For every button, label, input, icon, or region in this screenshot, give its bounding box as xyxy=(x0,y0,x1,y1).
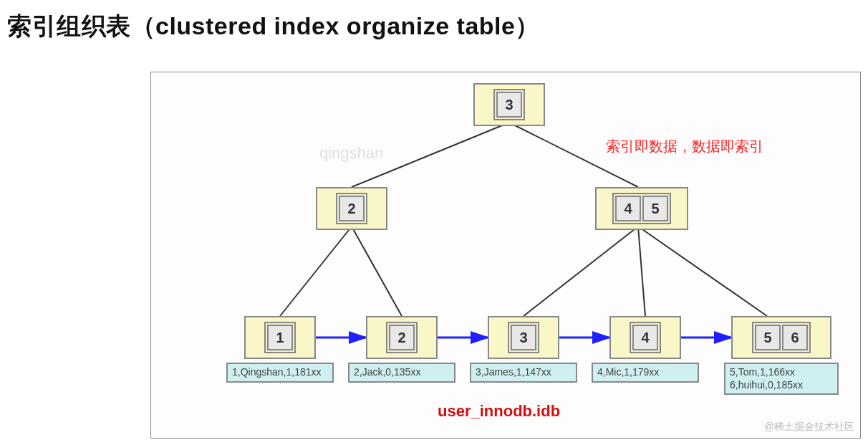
svg-line-6 xyxy=(638,226,767,316)
leaf-data-box: 1,Qingshan,1,181xx xyxy=(226,363,334,383)
key-cell: 2 xyxy=(339,196,365,221)
key-cell: 1 xyxy=(267,325,293,350)
svg-line-3 xyxy=(352,226,402,316)
attribution-text: @稀土掘金技术社区 xyxy=(764,421,854,434)
svg-line-2 xyxy=(280,226,352,316)
key-cell: 2 xyxy=(389,325,415,350)
tree-branch-node: 4 5 xyxy=(595,187,688,230)
annotation-text: 索引即数据，数据即索引 xyxy=(606,137,763,156)
key-cell: 5 xyxy=(755,325,781,350)
leaf-data-box: 4,Mic,1,179xx xyxy=(592,363,699,383)
svg-line-4 xyxy=(524,226,638,316)
diagram-canvas: 3 2 4 5 1 2 3 4 5 6 1,Qingshan,1,181xx 2… xyxy=(150,72,861,439)
tree-leaf-node: 5 6 xyxy=(731,316,831,359)
watermark-text: qingshan xyxy=(319,144,383,163)
leaf-data-box: 2,Jack,0,135xx xyxy=(348,363,455,383)
tree-leaf-node: 3 xyxy=(488,316,559,359)
filename-label: user_innodb.idb xyxy=(438,402,560,421)
tree-root-node: 3 xyxy=(473,83,545,126)
leaf-data-box: 5,Tom,1,166xx 6,huihui,0,185xx xyxy=(724,363,839,395)
svg-line-5 xyxy=(638,226,645,316)
tree-branch-node: 2 xyxy=(316,187,387,230)
leaf-data-box: 3,James,1,147xx xyxy=(470,363,577,383)
tree-leaf-node: 1 xyxy=(244,316,316,359)
tree-leaf-node: 4 xyxy=(609,316,681,359)
key-cell: 3 xyxy=(511,325,536,350)
key-cell: 3 xyxy=(496,92,522,118)
key-cell: 6 xyxy=(782,325,808,350)
tree-leaf-node: 2 xyxy=(366,316,438,359)
page-title: 索引组织表（clustered index organize table） xyxy=(0,0,868,43)
key-cell: 5 xyxy=(642,196,668,221)
key-cell: 4 xyxy=(615,196,641,221)
key-cell: 4 xyxy=(632,325,658,350)
